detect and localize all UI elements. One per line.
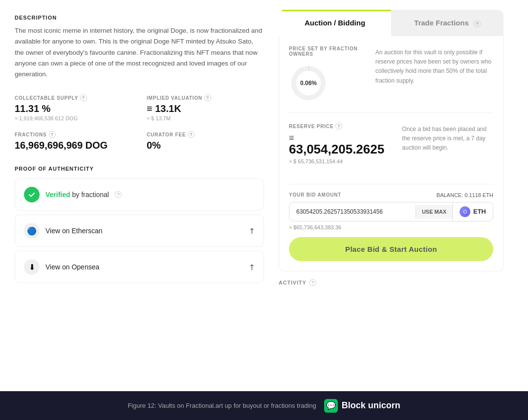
balance-label: BALANCE: 0.1118 ETH [437,192,493,198]
use-max-button[interactable]: USE MAX [416,205,452,219]
stat-collectable-supply: COLLECTABLE SUPPLY ? 11.31 % ≈ 1,919,466… [15,94,132,121]
left-panel: DESCRIPTION The most iconic meme in inte… [15,10,264,381]
curator-fee-help-icon[interactable]: ? [188,131,195,138]
place-bid-button[interactable]: Place Bid & Start Auction [289,237,493,261]
tabs-container: Auction / Bidding Trade Fractions ? [279,10,504,36]
proof-title: PROOF OF AUTHENTICITY [15,166,264,172]
fractions-value: 16,969,696,969 DOG [15,140,132,151]
description-text: The most iconic meme in internet history… [15,25,264,80]
eth-currency: ⬡ ETH [452,202,493,221]
tab-trade-fractions[interactable]: Trade Fractions ? [391,10,504,36]
auction-panel: PRICE SET BY FRACTION OWNERS 0.06% An au… [279,36,504,271]
bid-usd-value: ≈ $65,736,643,383.36 [289,224,493,230]
reserve-help-icon[interactable]: ? [335,123,342,130]
verified-text: Verified by fractional [45,191,109,199]
bid-input[interactable] [289,202,416,221]
implied-valuation-help-icon[interactable]: ? [204,94,211,101]
bid-section: YOUR BID AMOUNT BALANCE: 0.1118 ETH USE … [289,184,493,261]
activity-help-icon[interactable]: ? [309,279,316,286]
bid-label: YOUR BID AMOUNT [289,192,341,198]
right-panel: Auction / Bidding Trade Fractions ? PRIC… [279,10,504,381]
implied-valuation-sub: ≈ $ 13.7M [147,115,264,121]
opensea-link[interactable]: ⬇ View on Opensea ↗ [15,251,264,283]
reserve-eth-symbol: ≡ [289,133,394,142]
activity-section: ACTIVITY ? [279,279,504,286]
reserve-section: RESERVE PRICE ? ≡ 63,054,205.2625 ≈ $ 65… [289,123,493,174]
opensea-label: View on Opensea [45,263,242,271]
reserve-value: 63,054,205.2625 [289,142,394,156]
stat-curator-fee: CURATOR FEE ? 0% [147,131,264,151]
eth-label: ETH [473,208,486,215]
opensea-arrow-icon: ↗ [246,262,257,273]
price-set-label: PRICE SET BY FRACTION OWNERS [289,46,368,57]
price-set-left: PRICE SET BY FRACTION OWNERS 0.06% [289,46,368,103]
bid-header: YOUR BID AMOUNT BALANCE: 0.1118 ETH [289,192,493,198]
trade-fractions-help-icon[interactable]: ? [474,21,481,27]
price-set-description: An auction for this vault is only possib… [375,46,493,103]
reserve-left: RESERVE PRICE ? ≡ 63,054,205.2625 ≈ $ 65… [289,123,394,164]
stat-implied-valuation: IMPLIED VALUATION ? ≡ 13.1K ≈ $ 13.7M [147,94,264,121]
stat-fractions: FRACTIONS ? 16,969,696,969 DOG [15,131,132,151]
bid-input-container: USE MAX ⬡ ETH [289,202,493,221]
verified-help-icon[interactable]: ? [115,191,122,198]
etherscan-arrow-icon: ↗ [246,225,257,237]
footer-brand: 💬 Block unicorn [324,399,400,413]
collectable-supply-value: 11.31 % [15,103,132,114]
reserve-label: RESERVE PRICE ? [289,123,394,130]
collectable-supply-sub: ≈ 1,919,466,538.612 DOG [15,115,132,121]
footer-text: Figure 12: Vaults on Fractional.art up f… [128,402,316,409]
tab-auction-bidding[interactable]: Auction / Bidding [279,10,391,36]
price-set-section: PRICE SET BY FRACTION OWNERS 0.06% An au… [289,46,493,113]
donut-chart: 0.06% [289,64,328,103]
eth-orb-icon: ⬡ [460,206,470,217]
proof-section: PROOF OF AUTHENTICITY Verified by fracti… [15,166,264,283]
activity-label: ACTIVITY [279,280,307,286]
collectable-supply-help-icon[interactable]: ? [80,94,87,101]
checkmark-icon [28,191,36,199]
brand-name: Block unicorn [342,400,400,411]
verified-card: Verified by fractional ? [15,178,264,211]
fractions-help-icon[interactable]: ? [49,131,56,138]
etherscan-label: View on Etherscan [45,227,242,235]
etherscan-link[interactable]: 🔵 View on Etherscan ↗ [15,215,264,247]
curator-fee-value: 0% [147,140,264,151]
stats-grid: COLLECTABLE SUPPLY ? 11.31 % ≈ 1,919,466… [15,94,264,151]
reserve-description: Once a bid has been placed and the reser… [402,123,493,164]
etherscan-icon: 🔵 [24,223,40,239]
donut-value: 0.06% [300,80,317,87]
verified-badge-icon [24,187,40,202]
wechat-icon: 💬 [324,399,338,413]
implied-valuation-value: ≡ 13.1K [147,103,264,114]
opensea-icon: ⬇ [24,259,40,275]
reserve-top: RESERVE PRICE ? ≡ 63,054,205.2625 ≈ $ 65… [289,123,493,164]
description-title: DESCRIPTION [15,15,264,21]
footer: Figure 12: Vaults on Fractional.art up f… [0,391,528,420]
reserve-usd: ≈ $ 65,736,531,154.44 [289,158,394,164]
